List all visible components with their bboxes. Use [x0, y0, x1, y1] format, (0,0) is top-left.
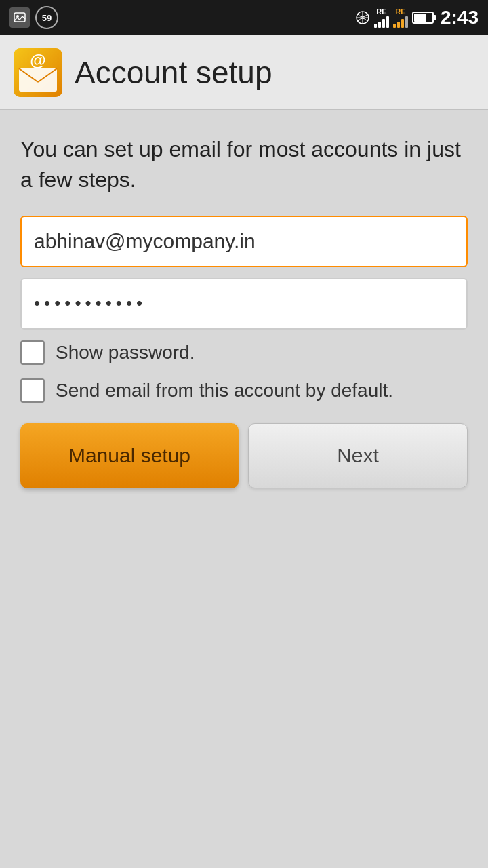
email-input[interactable]: [20, 216, 468, 267]
app-icon: @: [14, 48, 62, 97]
manual-setup-button[interactable]: Manual setup: [20, 423, 239, 488]
network-icon-1: [355, 10, 370, 25]
main-content: You can set up email for most accounts i…: [0, 110, 488, 509]
sim2-signal: RE: [393, 8, 408, 28]
status-left: 59: [9, 6, 58, 29]
notification-badge: 59: [35, 6, 58, 29]
show-password-row: Show password.: [20, 340, 468, 365]
show-password-label: Show password.: [56, 342, 195, 363]
sim1-signal: RE: [374, 8, 389, 28]
send-default-label: Send email from this account by default.: [56, 380, 393, 401]
battery-icon: [412, 12, 434, 24]
send-default-checkbox[interactable]: [20, 378, 45, 403]
button-row: Manual setup Next: [20, 423, 468, 488]
status-bar: 59 RE RE: [0, 0, 488, 35]
app-header: @ Account setup: [0, 35, 488, 110]
photo-icon: [9, 7, 30, 28]
send-default-row: Send email from this account by default.: [20, 378, 468, 403]
password-input[interactable]: [20, 278, 468, 330]
svg-text:@: @: [30, 51, 45, 69]
status-time: 2:43: [441, 7, 479, 28]
status-right: RE RE 2:43: [355, 7, 479, 28]
show-password-checkbox[interactable]: [20, 340, 45, 365]
description-text: You can set up email for most accounts i…: [20, 134, 468, 195]
page-title: Account setup: [75, 54, 272, 91]
next-button[interactable]: Next: [248, 423, 468, 488]
